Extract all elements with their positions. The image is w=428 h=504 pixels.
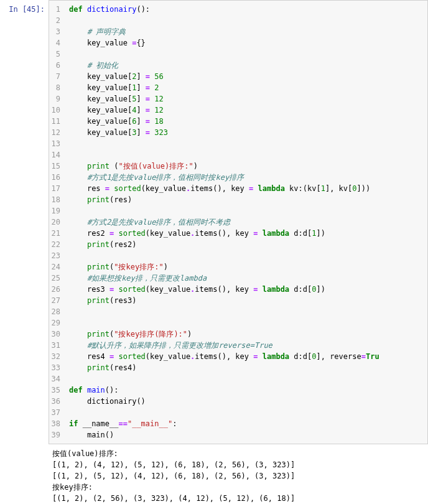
code-line[interactable]: print("按key排序:") bbox=[69, 261, 422, 273]
line-number: 11 bbox=[49, 116, 67, 127]
code-line[interactable]: res4 = sorted(key_value.items(), key = l… bbox=[69, 351, 422, 362]
code-line[interactable]: # 声明字典 bbox=[69, 26, 422, 37]
code-line[interactable] bbox=[69, 49, 422, 60]
code-line[interactable] bbox=[69, 250, 422, 261]
code-line[interactable] bbox=[69, 317, 422, 329]
line-number: 7 bbox=[49, 71, 67, 82]
code-line[interactable]: if __name__=="__main__": bbox=[69, 418, 422, 429]
code-line[interactable]: print(res3) bbox=[69, 295, 422, 306]
line-number-gutter: 1234567891011121314151617181920212223242… bbox=[49, 1, 67, 444]
code-line[interactable]: key_value[6] = 18 bbox=[69, 116, 422, 127]
output-cell: 按值(value)排序:[(1, 2), (4, 12), (5, 12), (… bbox=[0, 444, 428, 504]
line-number: 25 bbox=[49, 273, 67, 284]
code-line[interactable]: # 初始化 bbox=[69, 60, 422, 71]
line-number: 21 bbox=[49, 228, 67, 239]
output-line: [(1, 2), (5, 12), (4, 12), (6, 18), (2, … bbox=[52, 470, 428, 482]
line-number: 3 bbox=[49, 26, 67, 37]
line-number: 16 bbox=[49, 172, 67, 183]
code-line[interactable]: key_value[5] = 12 bbox=[69, 93, 422, 105]
line-number: 13 bbox=[49, 138, 67, 149]
output-line: 按值(value)排序: bbox=[52, 448, 428, 459]
code-line[interactable]: key_value ={} bbox=[69, 37, 422, 49]
line-number: 29 bbox=[49, 317, 67, 329]
code-line[interactable] bbox=[69, 149, 422, 161]
code-line[interactable] bbox=[69, 306, 422, 317]
code-line[interactable] bbox=[69, 15, 422, 26]
code-line[interactable]: #方式1是先按value排序，值相同时按key排序 bbox=[69, 172, 422, 183]
output-line: 按key排序: bbox=[52, 482, 428, 493]
code-line[interactable]: #方式2是先按value排序，值相同时不考虑 bbox=[69, 217, 422, 228]
line-number: 39 bbox=[49, 429, 67, 441]
code-line[interactable]: print(res2) bbox=[69, 239, 422, 250]
code-area[interactable]: 1234567891011121314151617181920212223242… bbox=[49, 0, 428, 444]
line-number: 15 bbox=[49, 161, 67, 172]
code-line[interactable]: main() bbox=[69, 429, 422, 441]
line-number: 37 bbox=[49, 407, 67, 418]
line-number: 10 bbox=[49, 105, 67, 116]
line-number: 17 bbox=[49, 183, 67, 194]
output-line: [(1, 2), (2, 56), (3, 323), (4, 12), (5,… bbox=[52, 493, 428, 504]
line-number: 38 bbox=[49, 418, 67, 429]
line-number: 23 bbox=[49, 250, 67, 261]
code-line[interactable] bbox=[69, 205, 422, 217]
code-line[interactable]: print("按key排序(降序):") bbox=[69, 329, 422, 340]
line-number: 19 bbox=[49, 205, 67, 217]
code-line[interactable]: key_value[3] = 323 bbox=[69, 127, 422, 138]
code-line[interactable] bbox=[69, 373, 422, 385]
line-number: 9 bbox=[49, 93, 67, 105]
code-source[interactable]: def dictionairy(): # 声明字典 key_value ={} … bbox=[67, 1, 427, 444]
input-cell: In [45]: 1234567891011121314151617181920… bbox=[0, 0, 428, 444]
code-line[interactable]: print(res) bbox=[69, 194, 422, 205]
code-line[interactable] bbox=[69, 407, 422, 418]
code-line[interactable]: res3 = sorted(key_value.items(), key = l… bbox=[69, 284, 422, 295]
output-prompt bbox=[0, 444, 49, 504]
code-line[interactable]: #默认升序，如果降序排，只需更改增加reverse=True bbox=[69, 340, 422, 351]
line-number: 20 bbox=[49, 217, 67, 228]
code-line[interactable]: dictionairy() bbox=[69, 396, 422, 407]
output-line: [(1, 2), (4, 12), (5, 12), (6, 18), (2, … bbox=[52, 459, 428, 470]
code-line[interactable]: res2 = sorted(key_value.items(), key = l… bbox=[69, 228, 422, 239]
line-number: 28 bbox=[49, 306, 67, 317]
code-line[interactable]: res = sorted(key_value.items(), key = la… bbox=[69, 183, 422, 194]
line-number: 18 bbox=[49, 194, 67, 205]
line-number: 36 bbox=[49, 396, 67, 407]
line-number: 1 bbox=[49, 4, 67, 15]
code-line[interactable]: #如果想按key排，只需更改lambda bbox=[69, 273, 422, 284]
line-number: 14 bbox=[49, 149, 67, 161]
line-number: 6 bbox=[49, 60, 67, 71]
code-line[interactable]: def main(): bbox=[69, 385, 422, 396]
line-number: 8 bbox=[49, 82, 67, 93]
line-number: 32 bbox=[49, 351, 67, 362]
line-number: 2 bbox=[49, 15, 67, 26]
line-number: 30 bbox=[49, 329, 67, 340]
code-line[interactable]: key_value[2] = 56 bbox=[69, 71, 422, 82]
code-line[interactable]: print(res4) bbox=[69, 362, 422, 373]
line-number: 35 bbox=[49, 385, 67, 396]
line-number: 12 bbox=[49, 127, 67, 138]
input-prompt: In [45]: bbox=[0, 0, 49, 444]
line-number: 34 bbox=[49, 373, 67, 385]
code-line[interactable]: def dictionairy(): bbox=[69, 4, 422, 15]
code-line[interactable]: print ("按值(value)排序:") bbox=[69, 161, 422, 172]
line-number: 31 bbox=[49, 340, 67, 351]
line-number: 5 bbox=[49, 49, 67, 60]
line-number: 24 bbox=[49, 261, 67, 273]
line-number: 33 bbox=[49, 362, 67, 373]
line-number: 27 bbox=[49, 295, 67, 306]
line-number: 22 bbox=[49, 239, 67, 250]
code-line[interactable]: key_value[1] = 2 bbox=[69, 82, 422, 93]
code-line[interactable]: key_value[4] = 12 bbox=[69, 105, 422, 116]
code-line[interactable] bbox=[69, 138, 422, 149]
line-number: 4 bbox=[49, 37, 67, 49]
line-number: 26 bbox=[49, 284, 67, 295]
output-text: 按值(value)排序:[(1, 2), (4, 12), (5, 12), (… bbox=[49, 444, 428, 504]
